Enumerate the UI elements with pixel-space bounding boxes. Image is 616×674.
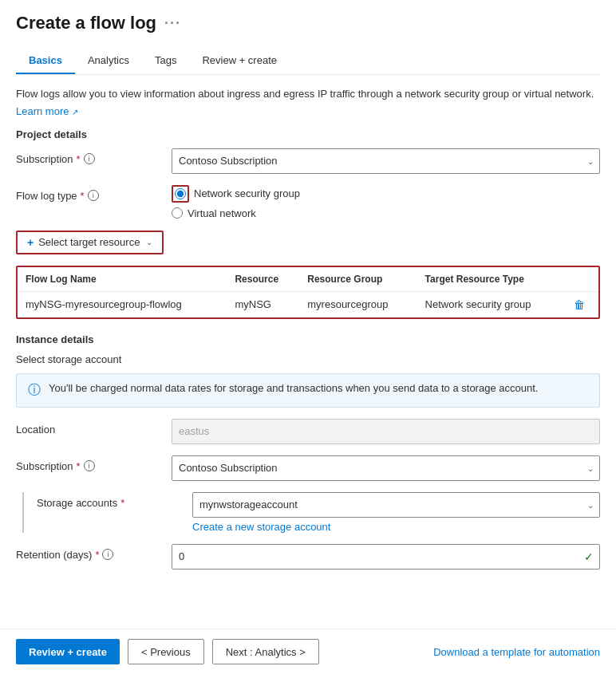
location-input xyxy=(172,419,600,444)
storage-accounts-label: Storage accounts * xyxy=(37,492,184,509)
cell-delete[interactable]: 🗑 xyxy=(566,291,598,317)
learn-more-link[interactable]: Learn more ↗ xyxy=(16,105,78,117)
retention-control: 0 ✓ xyxy=(172,544,600,570)
tab-review-create[interactable]: Review + create xyxy=(189,48,290,74)
col-resource: Resource xyxy=(227,267,299,292)
retention-required: * xyxy=(95,549,99,561)
info-circle-icon: ⓘ xyxy=(28,382,41,399)
project-details-heading: Project details xyxy=(16,128,600,140)
subscription-row: Subscription * i Contoso Subscription ⌄ xyxy=(16,148,600,174)
select-target-resource-button[interactable]: + Select target resource ⌄ xyxy=(16,231,164,254)
select-resource-label: Select target resource xyxy=(38,236,140,248)
select-resource-chevron-icon: ⌄ xyxy=(146,238,152,246)
flow-log-type-info-icon[interactable]: i xyxy=(88,190,99,201)
col-actions xyxy=(566,267,598,292)
tab-analytics[interactable]: Analytics xyxy=(75,48,142,74)
page-title-dots: ··· xyxy=(164,15,181,32)
footer-bar: Review + create < Previous Next : Analyt… xyxy=(0,629,616,674)
radio-nsg[interactable]: Network security group xyxy=(172,185,600,203)
col-resource-group: Resource Group xyxy=(299,267,417,292)
radio-nsg-input[interactable] xyxy=(175,188,186,199)
create-storage-account-link[interactable]: Create a new storage account xyxy=(192,521,600,533)
storage-section-label: Select storage account xyxy=(16,353,600,365)
flow-log-type-row: Flow log type * i Network security group… xyxy=(16,185,600,219)
storage-accounts-required: * xyxy=(120,497,124,509)
location-control xyxy=(172,419,600,444)
storage-subscription-label: Subscription * i xyxy=(16,455,164,472)
storage-info-text: You'll be charged normal data rates for … xyxy=(49,382,538,394)
table-row: myNSG-myresourcegroup-flowlog myNSG myre… xyxy=(18,291,598,317)
radio-vnet-input[interactable] xyxy=(172,207,183,219)
plus-icon: + xyxy=(27,236,34,249)
download-template-link[interactable]: Download a template for automation xyxy=(433,646,600,658)
radio-nsg-label: Network security group xyxy=(194,187,300,199)
storage-accounts-row: Storage accounts * mynwstorageaccount ⌄ … xyxy=(22,492,600,533)
retention-dropdown[interactable]: 0 xyxy=(172,544,600,570)
storage-info-box: ⓘ You'll be charged normal data rates fo… xyxy=(16,373,600,408)
col-target-resource-type: Target Resource Type xyxy=(417,267,566,292)
retention-info-icon[interactable]: i xyxy=(102,549,113,560)
storage-subscription-required: * xyxy=(77,460,81,472)
delete-icon[interactable]: 🗑 xyxy=(574,298,585,311)
flow-log-type-radio-group: Network security group Virtual network xyxy=(172,185,600,219)
flow-log-type-label: Flow log type * i xyxy=(16,185,164,202)
radio-vnet[interactable]: Virtual network xyxy=(172,207,600,219)
cell-target-resource-type: Network security group xyxy=(417,291,566,317)
review-create-button[interactable]: Review + create xyxy=(16,639,120,664)
col-flow-log-name: Flow Log Name xyxy=(18,267,227,292)
flow-log-type-control: Network security group Virtual network xyxy=(172,185,600,219)
page-header: Create a flow log ··· xyxy=(16,13,600,34)
flow-log-type-required: * xyxy=(81,190,85,202)
storage-subscription-dropdown[interactable]: Contoso Subscription xyxy=(172,455,600,481)
subscription-info-icon[interactable]: i xyxy=(84,153,95,164)
subscription-dropdown[interactable]: Contoso Subscription xyxy=(172,148,600,174)
storage-subscription-row: Subscription * i Contoso Subscription ⌄ xyxy=(16,455,600,481)
location-row: Location xyxy=(16,419,600,444)
description-text: Flow logs allow you to view information … xyxy=(16,86,600,102)
cell-flow-log-name: myNSG-myresourcegroup-flowlog xyxy=(18,291,227,317)
tab-basics[interactable]: Basics xyxy=(16,48,75,74)
storage-subscription-control: Contoso Subscription ⌄ xyxy=(172,455,600,481)
cell-resource: myNSG xyxy=(227,291,299,317)
retention-row: Retention (days) * i 0 ✓ xyxy=(16,544,600,570)
storage-accounts-control: mynwstorageaccount ⌄ Create a new storag… xyxy=(192,492,600,533)
instance-details-heading: Instance details xyxy=(16,333,600,345)
subscription-required: * xyxy=(77,153,81,165)
retention-label: Retention (days) * i xyxy=(16,544,164,561)
next-analytics-button[interactable]: Next : Analytics > xyxy=(212,639,319,664)
resource-table-container: Flow Log Name Resource Resource Group Ta… xyxy=(16,266,600,319)
radio-vnet-label: Virtual network xyxy=(188,207,256,219)
tab-bar: Basics Analytics Tags Review + create xyxy=(16,48,600,75)
previous-button[interactable]: < Previous xyxy=(128,639,204,664)
storage-subscription-info-icon[interactable]: i xyxy=(84,460,95,471)
subscription-label: Subscription * i xyxy=(16,148,164,165)
page-title: Create a flow log xyxy=(16,13,156,34)
location-label: Location xyxy=(16,419,164,436)
storage-accounts-dropdown[interactable]: mynwstorageaccount xyxy=(192,492,600,518)
cell-resource-group: myresourcegroup xyxy=(299,291,417,317)
resource-table: Flow Log Name Resource Resource Group Ta… xyxy=(18,267,598,317)
subscription-control: Contoso Subscription ⌄ xyxy=(172,148,600,174)
tab-tags[interactable]: Tags xyxy=(142,48,189,74)
